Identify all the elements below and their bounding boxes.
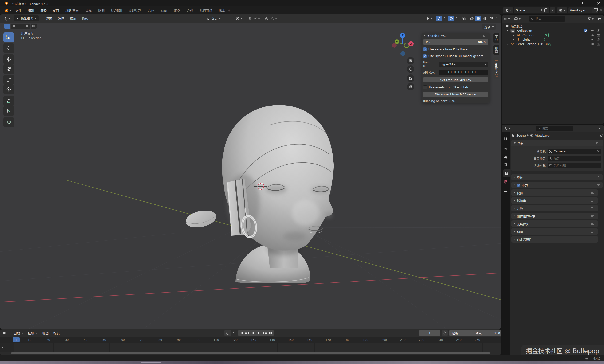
shading-rendered-button[interactable] [488, 15, 494, 22]
scene-unlink-button[interactable] [550, 7, 555, 13]
outliner-search[interactable] [529, 16, 565, 22]
outliner-filter-collection-dropdown[interactable] [512, 17, 523, 21]
navigation-gizmo[interactable]: Z Y X [391, 32, 414, 56]
collapsed-panel-header[interactable]: 模拟 [511, 189, 598, 196]
viewlayer-browse-button[interactable] [557, 7, 567, 13]
scene-panel-header[interactable]: 场景 [511, 139, 603, 146]
axis-negative-y[interactable] [404, 43, 409, 48]
scene-browse-button[interactable] [503, 7, 513, 13]
panel-grip-icon[interactable] [483, 35, 488, 37]
shading-dropdown[interactable] [495, 17, 499, 18]
tab-tool[interactable] [502, 135, 509, 142]
select-mode-intersect[interactable] [31, 24, 37, 29]
panel-grip-icon[interactable] [591, 207, 595, 209]
viewlayer-remove-button[interactable] [599, 7, 604, 13]
render-visibility-icon[interactable] [597, 42, 601, 46]
auto-keying-button[interactable] [442, 330, 448, 336]
panel-grip-icon[interactable] [591, 223, 595, 225]
outliner-search-input[interactable] [535, 17, 563, 21]
timeline-menu-playback[interactable]: 回放 [11, 329, 26, 337]
show-gizmo-toggle[interactable] [436, 15, 442, 21]
overlays-dropdown[interactable] [455, 17, 459, 18]
row-scene-collection[interactable]: 场景集合 [502, 24, 604, 28]
menu-item[interactable]: 文件 [12, 6, 25, 14]
timeline-editor-type-button[interactable] [0, 331, 11, 335]
select-mode-extend[interactable] [11, 24, 17, 29]
tool-scale[interactable] [3, 75, 14, 85]
timeline-menu-keying[interactable]: 插帧 [26, 329, 40, 337]
viewport-menu-item[interactable]: 视图 [43, 14, 55, 22]
viewlayer-duplicate-button[interactable] [592, 7, 598, 13]
selectability-dropdown[interactable] [426, 15, 433, 22]
tool-move[interactable] [3, 54, 14, 64]
row-collection[interactable]: Collection [502, 28, 604, 33]
camera-view-button[interactable] [407, 75, 414, 82]
rodin-mode-dropdown[interactable]: hyper3d.ai [439, 62, 488, 67]
axis-negative-z[interactable] [401, 51, 405, 56]
panel-grip-icon[interactable] [591, 192, 595, 194]
prev-keyframe-button[interactable] [244, 330, 250, 336]
play-button[interactable] [256, 330, 262, 336]
select-mode-invert[interactable] [24, 24, 30, 29]
workspace-tab[interactable]: 几何节点 [196, 6, 215, 14]
hide-eye-icon[interactable] [591, 29, 594, 32]
panel-grip-icon[interactable] [595, 176, 600, 178]
pan-view-button[interactable] [407, 65, 414, 73]
collapsed-panel-header[interactable]: 动画 [511, 228, 598, 235]
current-frame-marker[interactable]: 1 [13, 337, 20, 342]
tab-output[interactable] [502, 154, 509, 161]
panel-units[interactable]: 单位 [511, 174, 603, 180]
tab-render[interactable] [502, 145, 509, 152]
collapsed-panel-header[interactable]: 音频 [511, 205, 598, 212]
outliner-display-mode-dropdown[interactable] [502, 17, 512, 21]
row-camera[interactable]: Camera [502, 33, 604, 37]
viewport-options-dropdown[interactable]: 选项 [482, 24, 496, 30]
background-scene-field[interactable]: 场景 [548, 156, 601, 161]
proportional-editing-toggle[interactable] [264, 15, 269, 22]
jump-to-start-button[interactable] [238, 330, 244, 336]
timeline-ruler[interactable]: 1020304050607080901001101201301401501601… [0, 337, 501, 343]
jump-to-end-button[interactable] [268, 330, 274, 336]
workspace-tab[interactable]: 雕刻 [95, 6, 108, 14]
zoom-view-button[interactable] [407, 57, 414, 64]
viewport-menu-item[interactable]: 添加 [67, 14, 79, 22]
timeline-track-area[interactable] [0, 343, 501, 352]
expand-chevron-icon[interactable] [513, 39, 514, 41]
frame-end-field[interactable]: 结束 250 [473, 330, 501, 336]
minimize-button[interactable] [563, 0, 574, 6]
timeline-scrollbar[interactable] [11, 352, 490, 354]
mcp-port-slider[interactable]: Port 9876 [423, 39, 488, 45]
select-mode-subtract[interactable] [17, 24, 24, 29]
mode-dropdown[interactable]: 物体模式 [14, 15, 38, 21]
collection-checkbox[interactable] [584, 29, 587, 32]
workspace-tab[interactable]: 建模 [82, 6, 95, 14]
panel-gravity[interactable]: 重力 [511, 182, 603, 188]
timeline-collapse-icon[interactable] [2, 346, 3, 348]
next-keyframe-button[interactable] [262, 330, 268, 336]
tab-collection[interactable] [502, 187, 509, 194]
panel-grip-icon[interactable] [591, 238, 595, 240]
gizmo-dropdown[interactable] [442, 17, 446, 18]
expand-chevron-icon[interactable] [507, 30, 509, 31]
sidebar-tab-tool[interactable]: 工具 [493, 33, 499, 43]
mcp-panel-header[interactable]: Blender MCP [423, 33, 488, 39]
tool-cursor[interactable] [3, 43, 14, 53]
transform-orientation-dropdown[interactable]: 全局 [206, 15, 221, 22]
collapsed-panel-header[interactable]: 刚体世界环境 [511, 213, 598, 219]
record-dropdown[interactable] [232, 332, 236, 333]
properties-options-dropdown[interactable] [595, 128, 604, 129]
render-visibility-icon[interactable] [597, 38, 601, 41]
pin-icon[interactable] [600, 134, 603, 137]
workspace-tab[interactable]: UV编辑 [108, 6, 125, 14]
tool-rotate[interactable] [3, 64, 14, 74]
tool-add-cube[interactable] [3, 117, 14, 127]
pivot-point-dropdown[interactable] [236, 15, 242, 22]
tool-measure[interactable] [3, 106, 14, 116]
proportional-falloff-dropdown[interactable] [270, 15, 277, 22]
properties-search-input[interactable] [542, 127, 572, 131]
workspace-tab[interactable]: 动画 [157, 6, 170, 14]
workspace-tab[interactable]: 合成 [183, 6, 196, 14]
gravity-checkbox[interactable] [517, 184, 520, 187]
timeline-menu-view[interactable]: 视图 [40, 329, 51, 337]
menu-item[interactable]: 渲染 [37, 6, 50, 14]
